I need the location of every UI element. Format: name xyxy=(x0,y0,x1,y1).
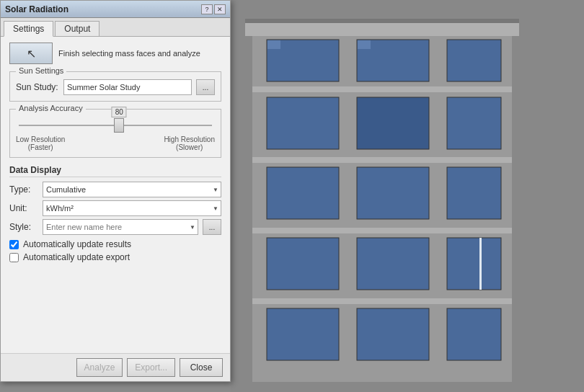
close-title-button[interactable]: ✕ xyxy=(214,4,226,14)
accuracy-slider-track: 80 xyxy=(19,118,212,133)
data-display-section: Data Display Type: Cumulative Unit: kWh/… xyxy=(9,165,221,262)
svg-rect-23 xyxy=(267,40,280,49)
unit-label: Unit: xyxy=(9,203,38,213)
accuracy-slider-thumb[interactable] xyxy=(114,118,124,133)
style-browse-button[interactable]: ... xyxy=(203,219,221,235)
svg-rect-18 xyxy=(357,238,429,290)
svg-rect-15 xyxy=(357,167,429,219)
type-dropdown-wrap: Cumulative xyxy=(43,182,221,197)
auto-update-results-row: Automatically update results xyxy=(9,239,221,249)
type-dropdown[interactable]: Cumulative xyxy=(43,182,221,197)
sun-study-label: Sun Study: xyxy=(16,82,59,92)
sun-study-row: Sun Study: ... xyxy=(16,79,215,95)
select-faces-button[interactable]: ↖ xyxy=(9,43,53,64)
svg-rect-7 xyxy=(252,298,512,304)
unit-row: Unit: kWh/m² xyxy=(9,200,221,216)
svg-rect-13 xyxy=(447,97,501,149)
sun-study-input[interactable] xyxy=(63,79,192,95)
tab-output[interactable]: Output xyxy=(55,21,99,36)
help-button[interactable]: ? xyxy=(201,4,213,14)
analysis-accuracy-label: Analysis Accuracy xyxy=(16,104,86,112)
svg-rect-14 xyxy=(267,167,339,219)
type-row: Type: Cumulative xyxy=(9,182,221,197)
title-bar: Solar Radiation ? ✕ xyxy=(1,1,230,18)
svg-rect-10 xyxy=(447,40,501,81)
analyze-button[interactable]: Analyze xyxy=(76,358,123,377)
style-input[interactable] xyxy=(43,219,198,235)
svg-rect-17 xyxy=(267,238,339,290)
sun-settings-group: Sun Settings Sun Study: ... xyxy=(9,71,221,102)
analyze-hint-text: Finish selecting mass faces and analyze xyxy=(58,49,200,58)
solar-radiation-dialog: Solar Radiation ? ✕ Settings Output ↖ Fi… xyxy=(0,0,231,382)
analysis-accuracy-group: Analysis Accuracy 80 Low Resolution (Fas… xyxy=(9,109,221,158)
auto-update-export-row: Automatically update export xyxy=(9,252,221,262)
slider-end-labels: Low Resolution (Faster) High Resolution … xyxy=(16,135,215,151)
low-res-label: Low Resolution (Faster) xyxy=(16,135,65,151)
export-button[interactable]: Export... xyxy=(127,358,175,377)
auto-update-export-checkbox[interactable] xyxy=(9,253,19,262)
svg-rect-12 xyxy=(357,97,429,149)
auto-update-export-label: Automatically update export xyxy=(23,252,130,262)
cursor-icon: ↖ xyxy=(27,47,36,61)
style-label: Style: xyxy=(9,222,38,232)
settings-content: ↖ Finish selecting mass faces and analyz… xyxy=(1,37,230,353)
svg-rect-24 xyxy=(358,40,371,49)
unit-dropdown[interactable]: kWh/m² xyxy=(43,200,221,216)
sun-study-browse-button[interactable]: ... xyxy=(196,79,215,95)
svg-rect-11 xyxy=(267,97,339,149)
data-display-title: Data Display xyxy=(9,165,221,177)
style-input-wrap xyxy=(43,219,198,235)
sun-settings-label: Sun Settings xyxy=(16,66,66,75)
tab-bar: Settings Output xyxy=(1,18,230,37)
title-bar-buttons: ? ✕ xyxy=(201,4,226,14)
svg-rect-6 xyxy=(252,228,512,233)
close-button[interactable]: Close xyxy=(180,358,223,377)
svg-rect-3 xyxy=(245,19,519,23)
analyze-row: ↖ Finish selecting mass faces and analyz… xyxy=(9,43,221,64)
slider-value: 80 xyxy=(112,107,127,117)
type-label: Type: xyxy=(9,184,38,195)
svg-rect-25 xyxy=(479,238,482,290)
tab-settings[interactable]: Settings xyxy=(4,21,53,37)
svg-rect-21 xyxy=(357,308,429,360)
svg-rect-22 xyxy=(447,308,501,360)
high-res-label: High Resolution (Slower) xyxy=(164,135,215,151)
auto-update-results-checkbox[interactable] xyxy=(9,240,19,249)
style-row: Style: ... xyxy=(9,219,221,235)
bottom-bar: Analyze Export... Close xyxy=(1,353,230,381)
svg-rect-20 xyxy=(267,308,339,360)
dialog-title: Solar Radiation xyxy=(5,4,201,14)
svg-rect-5 xyxy=(252,157,512,163)
unit-dropdown-wrap: kWh/m² xyxy=(43,200,221,216)
slider-section: 80 Low Resolution (Faster) High Resoluti… xyxy=(16,112,215,151)
svg-rect-4 xyxy=(252,86,512,92)
svg-rect-19 xyxy=(447,238,501,290)
svg-rect-16 xyxy=(447,167,501,219)
auto-update-results-label: Automatically update results xyxy=(23,239,131,249)
